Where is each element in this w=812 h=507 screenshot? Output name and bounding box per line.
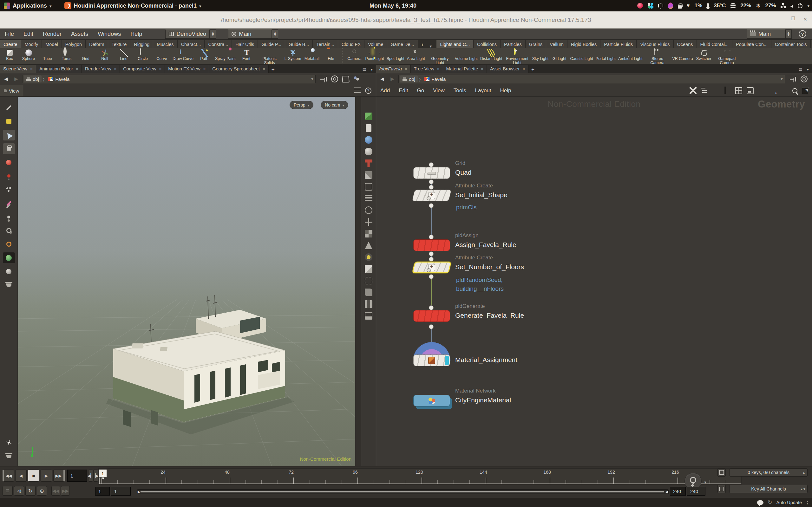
pin-pane-icon[interactable] (790, 75, 797, 82)
pin-pane-icon[interactable] (320, 75, 327, 82)
playhead[interactable]: 1 (99, 469, 107, 477)
stepper-icon[interactable] (800, 487, 805, 491)
recording-indicator-icon[interactable] (637, 3, 643, 9)
sphere-tool-icon[interactable] (3, 266, 15, 277)
light-display-icon[interactable] (365, 253, 372, 261)
shelf-set-stepper[interactable] (272, 30, 278, 39)
shelf-tab-rigging[interactable]: Rigging (130, 40, 153, 48)
tab-composite-view[interactable]: Composite View (120, 65, 165, 73)
net-menu-add[interactable]: Add (376, 88, 394, 94)
shelf-tab-characters[interactable]: Charact... (178, 40, 205, 48)
shelf-tab-cloud-fx[interactable]: Cloud FX (338, 40, 365, 48)
applications-menu[interactable]: Applications (0, 3, 52, 9)
show-geometry-icon[interactable] (365, 113, 372, 120)
pose-tool-icon[interactable] (3, 212, 15, 222)
tab-geometry-spreadsheet[interactable]: Geometry Spreadsheet (209, 65, 269, 73)
shelf-tool-stereo-camera[interactable]: Stereo Camera (644, 48, 671, 64)
next-keyframe-button[interactable] (93, 469, 98, 482)
smooth-shade-icon[interactable] (365, 148, 372, 155)
speaker-icon[interactable] (791, 5, 793, 8)
menu-file[interactable]: File (0, 31, 19, 38)
shelf-tab-modify[interactable]: Modify (21, 40, 42, 48)
breadcrumb-obj[interactable]: obj (400, 75, 418, 82)
clock[interactable]: Mon May 6, 19:40 (370, 0, 417, 11)
message-bubble-icon[interactable] (757, 500, 763, 505)
dashed-box-icon[interactable] (365, 277, 372, 284)
pane-layout-icon[interactable] (363, 67, 366, 72)
net-menu-tools[interactable]: Tools (449, 88, 471, 94)
view-tab[interactable]: View (0, 85, 23, 96)
globe-tool-icon[interactable] (3, 252, 15, 263)
range-start-field[interactable]: 1 (95, 487, 110, 496)
breadcrumb-favela[interactable]: Favela (46, 75, 72, 82)
keys-panel-icon[interactable] (717, 468, 726, 476)
tab-tree-view[interactable]: Tree View (411, 65, 443, 73)
frame-ruler[interactable]: 24 48 72 96 120 144 168 192 216 240 1 (98, 468, 742, 484)
shelf-tool-l-system[interactable]: L-System (283, 48, 303, 64)
badge-display-icon[interactable] (747, 87, 754, 94)
range-end-sub-field[interactable]: 240 (687, 487, 705, 496)
shelf-tool-line[interactable]: Line (114, 48, 133, 64)
shelf-tool-point-light[interactable]: Point Light (364, 48, 385, 64)
update-mode-selector[interactable]: Auto Update (776, 500, 802, 505)
node-input-connector[interactable] (429, 162, 434, 167)
grid-snap-icon[interactable] (735, 87, 742, 94)
color-palette-icon[interactable] (724, 87, 726, 94)
fx-tool-icon[interactable] (3, 437, 15, 448)
shelf-tool-platonic-solids[interactable]: Platonic Solids (256, 48, 283, 64)
frame-range-slider[interactable] (137, 489, 669, 494)
power-icon[interactable] (798, 3, 803, 8)
close-tab-icon[interactable] (76, 66, 78, 71)
shelf-tab-particle-fluids[interactable]: Particle Fluids (600, 40, 637, 48)
tab-obj-favela[interactable]: /obj/Favela (376, 65, 411, 73)
net-menu-edit[interactable]: Edit (394, 88, 412, 94)
node-input-connector[interactable] (429, 185, 434, 189)
node-input-connector[interactable] (429, 305, 434, 310)
breadcrumb-favela[interactable]: Favela (422, 75, 448, 82)
range-end-field[interactable]: 240 (670, 487, 686, 496)
active-window-menu[interactable]: Houdini Apprentice Non-Commercial - pane… (52, 2, 202, 9)
new-pane-tab-icon[interactable] (269, 67, 277, 73)
brush-tool-icon[interactable] (3, 198, 15, 209)
edit-box-tool-icon[interactable] (3, 116, 15, 127)
take-selector[interactable]: Main (747, 30, 786, 39)
shelf-tab-oceans[interactable]: Oceans (674, 40, 697, 48)
shelf-tab-muscles[interactable]: Muscles (153, 40, 177, 48)
close-button[interactable] (803, 16, 807, 23)
shelf-tab-create[interactable]: Create (0, 40, 21, 48)
shelf-tool-sphere[interactable]: Sphere (19, 48, 38, 64)
playbar-menu-button[interactable] (3, 486, 13, 496)
net-menu-help[interactable]: Help (496, 88, 516, 94)
tab-render-view[interactable]: Render View (82, 65, 120, 73)
menu-assets[interactable]: Assets (66, 31, 93, 38)
crosshair-icon[interactable] (365, 218, 372, 226)
node-output-connector[interactable] (429, 251, 434, 256)
cut-icon[interactable] (690, 87, 697, 94)
close-tab-icon[interactable] (437, 66, 440, 71)
pane-menu-icon[interactable] (806, 67, 809, 72)
close-tab-icon[interactable] (30, 66, 33, 71)
forward-icon[interactable] (12, 75, 20, 83)
close-tab-icon[interactable] (159, 66, 162, 71)
shelf-set-selector[interactable]: Main (228, 30, 272, 39)
filter-options-icon[interactable] (354, 88, 361, 93)
split-view-icon[interactable] (365, 300, 372, 308)
range-end-button[interactable] (61, 486, 70, 496)
menu-windows[interactable]: Windows (93, 31, 125, 38)
magnet-snap-icon[interactable] (365, 160, 372, 167)
node-output-connector[interactable] (429, 274, 434, 279)
eyedropper-icon[interactable] (365, 171, 372, 179)
tab-animation-editor[interactable]: Animation Editor (36, 65, 82, 73)
chevron-down-icon[interactable] (807, 3, 809, 9)
shelf-tool-gamepad-camera[interactable]: Gamepad Camera (713, 48, 741, 64)
pane-menu-icon[interactable] (370, 67, 373, 72)
expand-icon[interactable] (802, 471, 805, 474)
tab-asset-browser[interactable]: Asset Browser (487, 65, 529, 73)
shelf-tab-rigid-bodies[interactable]: Rigid Bodies (567, 40, 600, 48)
shelf-tool-spray-paint[interactable]: Spray Paint (214, 48, 237, 64)
node-flag[interactable] (445, 356, 449, 365)
scatter-tool-icon[interactable] (3, 184, 15, 195)
window-title-bar[interactable]: /home/shaegler/esri/projects/prt4houdini… (0, 11, 812, 29)
shelf-tool-grid[interactable]: Grid (76, 48, 95, 64)
shelf-tab-fluid-containers[interactable]: Fluid Contai... (697, 40, 733, 48)
